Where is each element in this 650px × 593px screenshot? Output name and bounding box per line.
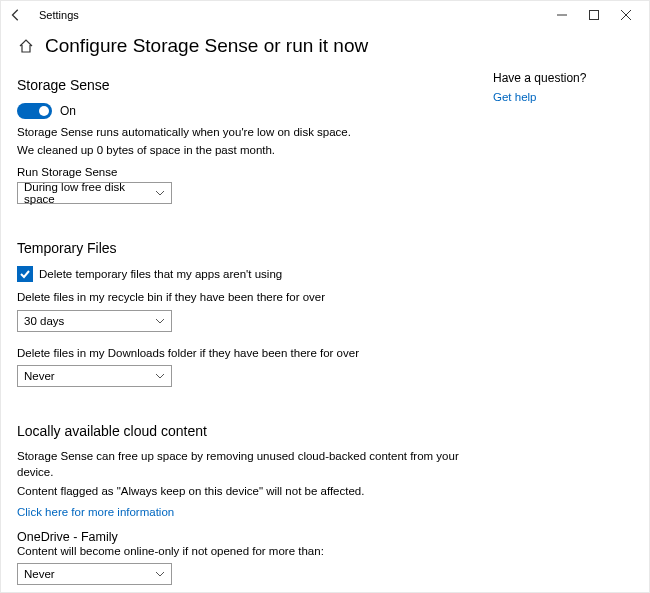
onedrive-desc: Content will become online-only if not o… (17, 544, 473, 560)
storage-sense-desc-1: Storage Sense runs automatically when yo… (17, 125, 473, 141)
cloud-more-info-link[interactable]: Click here for more information (17, 506, 473, 518)
storage-sense-desc-2: We cleaned up 0 bytes of space in the pa… (17, 143, 473, 159)
storage-sense-heading: Storage Sense (17, 77, 473, 93)
cloud-desc-2: Content flagged as "Always keep on this … (17, 484, 473, 500)
titlebar: Settings (1, 1, 649, 29)
minimize-button[interactable] (555, 8, 569, 22)
back-button[interactable] (7, 8, 25, 22)
run-storage-sense-label: Run Storage Sense (17, 166, 473, 178)
onedrive-select[interactable]: Never (17, 563, 172, 585)
chevron-down-icon (155, 569, 165, 579)
run-storage-sense-value: During low free disk space (24, 181, 155, 205)
svg-rect-1 (590, 11, 599, 20)
home-icon[interactable] (17, 37, 35, 55)
maximize-button[interactable] (587, 8, 601, 22)
delete-temp-checkbox[interactable] (17, 266, 33, 282)
onedrive-value: Never (24, 568, 55, 580)
downloads-select[interactable]: Never (17, 365, 172, 387)
temp-files-heading: Temporary Files (17, 240, 473, 256)
onedrive-heading: OneDrive - Family (17, 530, 473, 544)
chevron-down-icon (155, 188, 165, 198)
recycle-bin-label: Delete files in my recycle bin if they h… (17, 290, 473, 306)
downloads-value: Never (24, 370, 55, 382)
run-storage-sense-select[interactable]: During low free disk space (17, 182, 172, 204)
get-help-link[interactable]: Get help (493, 91, 633, 103)
chevron-down-icon (155, 371, 165, 381)
page-title: Configure Storage Sense or run it now (45, 35, 368, 57)
window-title: Settings (39, 9, 79, 21)
close-button[interactable] (619, 8, 633, 22)
delete-temp-checkbox-label: Delete temporary files that my apps aren… (39, 268, 282, 280)
downloads-label: Delete files in my Downloads folder if t… (17, 346, 473, 362)
page-header: Configure Storage Sense or run it now (1, 29, 649, 67)
cloud-desc-1: Storage Sense can free up space by remov… (17, 449, 473, 480)
cloud-heading: Locally available cloud content (17, 423, 473, 439)
have-question-label: Have a question? (493, 71, 633, 85)
recycle-bin-select[interactable]: 30 days (17, 310, 172, 332)
storage-sense-toggle[interactable] (17, 103, 52, 119)
storage-sense-toggle-label: On (60, 104, 76, 118)
recycle-bin-value: 30 days (24, 315, 64, 327)
chevron-down-icon (155, 316, 165, 326)
